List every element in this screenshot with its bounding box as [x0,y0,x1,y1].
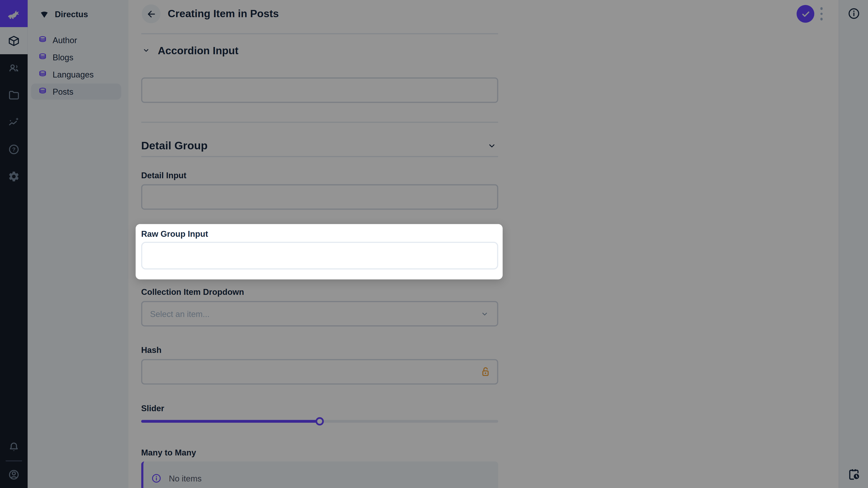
raw-group-input-field[interactable] [141,242,498,269]
raw-group-input-label: Raw Group Input [141,229,208,238]
directus-app: ? [0,0,868,488]
spotlight-card: Raw Group Input [135,224,503,280]
